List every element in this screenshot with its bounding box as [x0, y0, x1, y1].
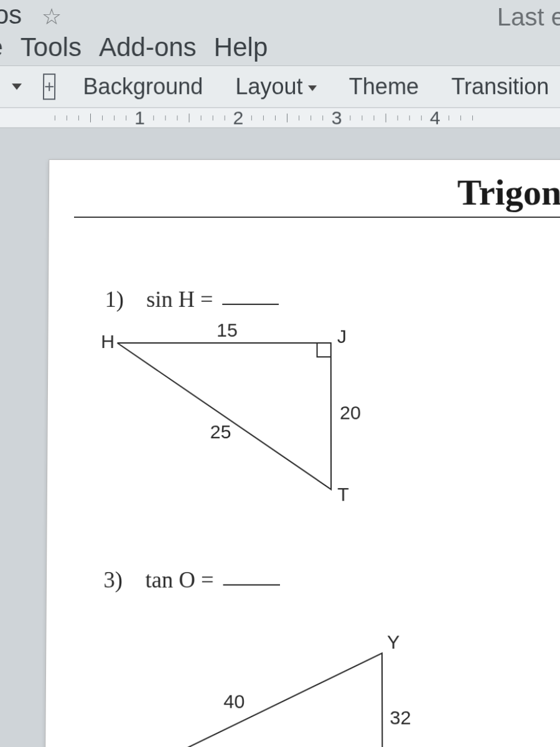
menu-help[interactable]: Help: [214, 32, 268, 62]
menu-tools[interactable]: Tools: [21, 32, 82, 62]
answer-blank-1: [223, 304, 279, 305]
transition-button[interactable]: Transition: [437, 68, 560, 105]
problem-1-num: 1): [105, 286, 124, 312]
ruler: 1 2 3 4: [0, 108, 560, 128]
triangle-3: O Y D 40 32 24: [77, 618, 434, 747]
slide-title-fragment: Trigono: [457, 171, 560, 214]
canvas-area[interactable]: Trigono 1) sin H = H J T 15 20: [0, 128, 560, 747]
chevron-down-icon[interactable]: [12, 83, 22, 90]
background-button[interactable]: Background: [69, 68, 217, 105]
chevron-down-icon: [308, 85, 317, 91]
ruler-mark-2: 2: [233, 108, 243, 128]
problem-1: 1) sin H =: [105, 286, 279, 312]
last-edit-text: Last edit: [497, 3, 560, 31]
problem-3-num: 3): [103, 567, 123, 593]
layout-button[interactable]: Layout: [222, 68, 330, 105]
ruler-mark-1: 1: [134, 108, 145, 128]
vertex-Y: Y: [387, 631, 399, 652]
plus-icon: +: [44, 77, 55, 96]
toolbar: + Background Layout Theme Transition: [0, 65, 560, 108]
new-slide-button[interactable]: +: [43, 73, 56, 100]
answer-blank-3: [223, 585, 280, 586]
vertex-J: J: [337, 326, 347, 347]
side-right-20: 20: [340, 402, 361, 423]
ruler-mark-4: 4: [430, 108, 441, 128]
theme-button[interactable]: Theme: [335, 68, 433, 105]
triangle-1: H J T 15 20 25: [98, 324, 388, 515]
side-hyp-25: 25: [210, 421, 231, 442]
problem-1-expr: sin H =: [146, 286, 213, 312]
vertex-T: T: [337, 484, 349, 505]
vertex-H: H: [101, 331, 114, 352]
side-hyp-40: 40: [223, 690, 245, 712]
menu-bar: e Tools Add-ons Help: [0, 25, 275, 70]
side-top-15: 15: [217, 319, 238, 341]
slide[interactable]: Trigono 1) sin H = H J T 15 20: [45, 159, 560, 747]
menu-fragment: e: [0, 32, 3, 62]
problem-3: 3) tan O =: [103, 566, 280, 593]
title-underline: [74, 217, 560, 218]
side-right-32: 32: [390, 707, 411, 728]
layout-label: Layout: [235, 73, 302, 100]
menu-addons[interactable]: Add-ons: [99, 32, 197, 62]
problem-3-expr: tan O =: [145, 567, 213, 593]
ruler-mark-3: 3: [332, 108, 342, 128]
